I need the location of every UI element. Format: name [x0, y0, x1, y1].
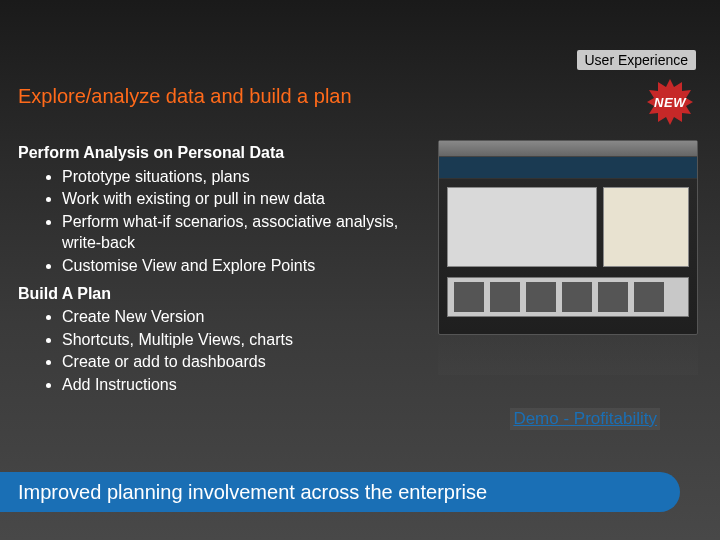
screenshot-reflection: [438, 335, 698, 375]
slide-title: Explore/analyze data and build a plan: [18, 85, 352, 108]
list-item: Work with existing or pull in new data: [62, 188, 418, 210]
list-item: Add Instructions: [62, 374, 418, 396]
screenshot-thumb: [526, 282, 556, 312]
footer-text: Improved planning involvement across the…: [18, 481, 487, 504]
demo-link[interactable]: Demo - Profitability: [510, 408, 660, 430]
list-item: Prototype situations, plans: [62, 166, 418, 188]
screenshot-thumb: [598, 282, 628, 312]
screenshot-thumb: [454, 282, 484, 312]
analysis-heading: Perform Analysis on Personal Data: [18, 142, 418, 164]
screenshot-thumb: [562, 282, 592, 312]
plan-list: Create New Version Shortcuts, Multiple V…: [18, 306, 418, 395]
screenshot-thumb: [490, 282, 520, 312]
screenshot-strip: [447, 277, 689, 317]
screenshot-thumb: [634, 282, 664, 312]
list-item: Create or add to dashboards: [62, 351, 418, 373]
list-item: Create New Version: [62, 306, 418, 328]
content-body: Perform Analysis on Personal Data Protot…: [18, 140, 418, 402]
screenshot-pane-right: [603, 187, 689, 267]
plan-heading: Build A Plan: [18, 283, 418, 305]
screenshot-pane-left: [447, 187, 597, 267]
footer-band: Improved planning involvement across the…: [0, 472, 680, 512]
list-item: Shortcuts, Multiple Views, charts: [62, 329, 418, 351]
list-item: Perform what-if scenarios, associative a…: [62, 211, 418, 254]
screenshot-header: [439, 157, 697, 179]
new-badge-text: NEW: [654, 95, 686, 110]
analysis-list: Prototype situations, plans Work with ex…: [18, 166, 418, 277]
new-badge: NEW: [646, 78, 694, 126]
category-label: User Experience: [577, 50, 697, 70]
screenshot-titlebar: [439, 141, 697, 157]
list-item: Customise View and Explore Points: [62, 255, 418, 277]
app-screenshot: [438, 140, 698, 335]
